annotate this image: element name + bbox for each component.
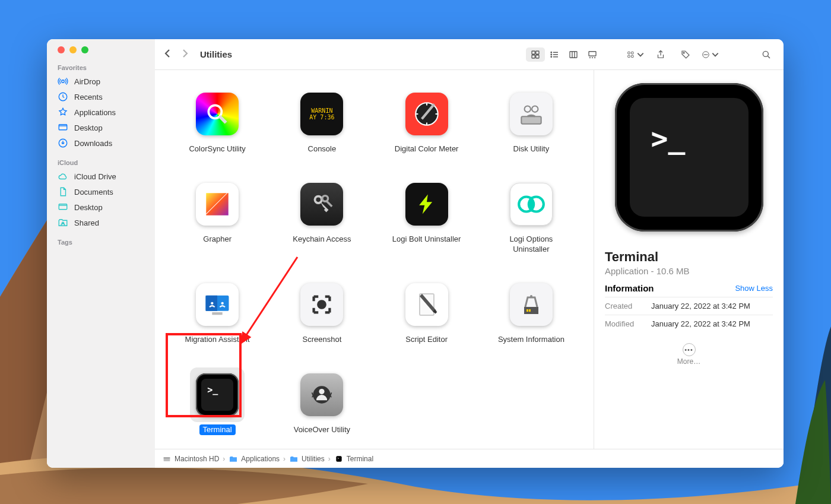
crumb-label: Applications — [241, 455, 280, 463]
app-item-console[interactable]: WARNINAY 7:36Console — [272, 87, 371, 154]
svg-point-11 — [551, 52, 552, 53]
app-icon — [294, 277, 349, 332]
svg-point-23 — [705, 54, 706, 55]
view-list-button[interactable] — [545, 47, 564, 62]
sidebar-item-applications[interactable]: Applications — [47, 104, 155, 120]
path-segment[interactable]: Applications — [229, 454, 280, 464]
svg-rect-16 — [628, 52, 630, 54]
sidebar-item-downloads[interactable]: Downloads — [47, 135, 155, 151]
airdrop-icon — [58, 76, 68, 87]
app-icon — [294, 177, 349, 232]
minimize-button[interactable] — [69, 46, 77, 53]
svg-rect-3 — [59, 125, 67, 130]
sidebar-item-shared[interactable]: Shared — [47, 215, 155, 230]
sidebar-item-label: Shared — [74, 218, 99, 227]
nav-forward-button[interactable] — [181, 48, 189, 61]
app-item-terminal[interactable]: >_Terminal — [168, 367, 267, 435]
svg-rect-8 — [536, 51, 539, 54]
window-title: Utilities — [200, 49, 232, 59]
app-item-screenshot[interactable]: Screenshot — [272, 277, 371, 345]
sidebar-item-desktop-icloud[interactable]: Desktop — [47, 199, 155, 215]
crumb-label: Utilities — [302, 455, 325, 463]
app-item-keychain[interactable]: Keychain Access — [272, 177, 371, 255]
sidebar-item-airdrop[interactable]: AirDrop — [47, 74, 155, 89]
app-item-logioptions[interactable]: Logi Options Uninstaller — [482, 177, 581, 255]
sidebar-item-label: Downloads — [74, 139, 112, 148]
sidebar-item-recents[interactable]: Recents — [47, 89, 155, 104]
chevron-right-icon: › — [223, 455, 225, 463]
close-button[interactable] — [58, 46, 65, 53]
crumb-icon — [162, 454, 172, 464]
path-segment[interactable]: Macintosh HD — [162, 454, 219, 464]
svg-rect-41 — [212, 312, 222, 315]
svg-point-39 — [211, 302, 213, 304]
app-icon: WARNINAY 7:36 — [294, 87, 349, 141]
app-icon — [504, 277, 559, 332]
svg-rect-52 — [164, 457, 170, 458]
clock-icon — [58, 91, 68, 102]
app-label: Terminal — [199, 424, 236, 435]
app-item-diskutility[interactable]: Disk Utility — [482, 87, 581, 154]
view-gallery-button[interactable] — [583, 47, 602, 62]
sidebar-item-label: Desktop — [74, 203, 103, 212]
finder-window: Favorites AirDrop Recents Applications D… — [47, 39, 784, 468]
svg-rect-29 — [521, 116, 541, 124]
search-button[interactable] — [757, 47, 775, 62]
svg-point-13 — [551, 56, 552, 58]
action-menu-button[interactable] — [702, 47, 719, 62]
app-item-voiceover[interactable]: VoiceOver Utility — [272, 367, 371, 435]
sidebar-item-desktop[interactable]: Desktop — [47, 120, 155, 135]
app-item-grapher[interactable]: Grapher — [168, 177, 267, 255]
svg-rect-17 — [628, 55, 630, 58]
finder-toolbar: Utilities — [155, 39, 784, 70]
sidebar-item-label: AirDrop — [74, 77, 100, 86]
app-icon — [504, 177, 559, 232]
view-column-button[interactable] — [564, 47, 583, 62]
group-by-button[interactable] — [627, 47, 645, 62]
sidebar-item-label: Recents — [74, 93, 103, 102]
more-button[interactable]: ••• More… — [677, 343, 700, 366]
svg-rect-18 — [632, 52, 634, 54]
app-label: Grapher — [199, 234, 235, 245]
view-icon-button[interactable] — [526, 47, 545, 62]
share-button[interactable] — [652, 47, 670, 62]
crumb-icon — [229, 454, 238, 464]
svg-rect-10 — [536, 55, 539, 58]
svg-text:>: > — [337, 457, 339, 460]
sidebar-item-documents[interactable]: Documents — [47, 184, 155, 199]
crumb-icon: > — [334, 454, 344, 464]
nav-back-button[interactable] — [163, 48, 172, 61]
sidebar-heading-icloud: iCloud — [47, 157, 155, 169]
app-label: Screenshot — [299, 334, 345, 345]
path-segment[interactable]: >Terminal — [334, 454, 373, 464]
app-label: System Information — [494, 334, 568, 345]
app-label: Digital Color Meter — [391, 144, 462, 154]
svg-rect-19 — [632, 55, 634, 58]
tags-button[interactable] — [677, 47, 694, 62]
show-less-button[interactable]: Show Less — [735, 284, 773, 293]
info-row: ModifiedJanuary 22, 2022 at 3:42 PM — [605, 315, 773, 332]
app-icon — [190, 177, 245, 232]
preview-app-icon: >_ — [615, 83, 763, 232]
svg-rect-9 — [532, 55, 535, 58]
app-item-sysinfo[interactable]: System Information — [482, 277, 581, 345]
svg-point-40 — [221, 302, 224, 304]
app-item-scripteditor[interactable]: Script Editor — [378, 277, 476, 345]
app-item-logibolt[interactable]: Logi Bolt Uninstaller — [378, 177, 476, 255]
icon-grid-area[interactable]: ColorSync UtilityWARNINAY 7:36ConsoleDig… — [155, 70, 594, 449]
maximize-button[interactable] — [81, 46, 88, 53]
path-segment[interactable]: Utilities — [289, 454, 325, 464]
svg-point-12 — [551, 54, 552, 55]
app-item-digitalcolor[interactable]: Digital Color Meter — [378, 87, 476, 154]
app-icon — [190, 87, 245, 141]
svg-rect-15 — [589, 51, 596, 56]
info-key: Created — [605, 302, 643, 310]
app-item-migration[interactable]: Migration Assistant — [168, 277, 267, 345]
sidebar-item-label: Documents — [74, 188, 113, 196]
app-item-colorsync[interactable]: ColorSync Utility — [168, 87, 267, 154]
svg-point-24 — [707, 54, 708, 55]
applications-icon — [58, 107, 68, 118]
sidebar-item-icloud-drive[interactable]: iCloud Drive — [47, 169, 155, 184]
info-key: Modified — [605, 319, 643, 328]
app-label: VoiceOver Utility — [290, 424, 354, 435]
